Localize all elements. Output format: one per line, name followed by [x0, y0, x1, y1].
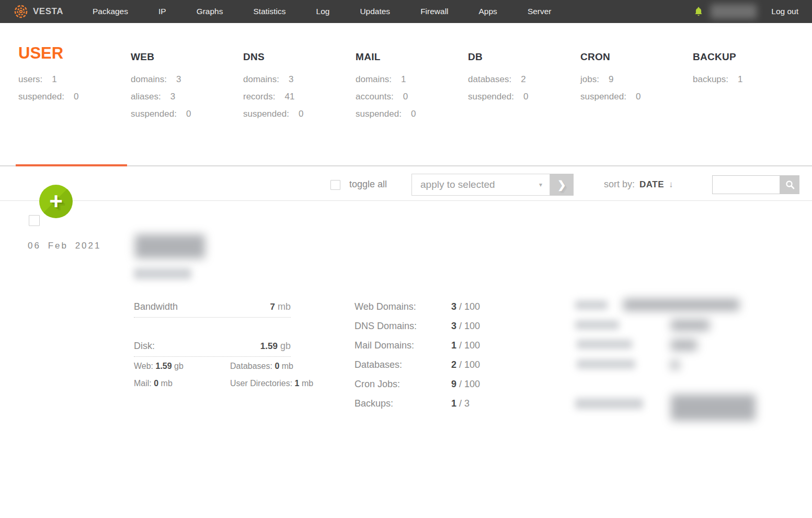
stats-col-user: USER users:1 suspended:0: [18, 41, 131, 126]
nav-item-server[interactable]: Server: [528, 7, 552, 16]
toggle-all-checkbox[interactable]: [330, 180, 340, 190]
nav-item-ip[interactable]: IP: [158, 7, 166, 16]
toggle-all-label[interactable]: toggle all: [349, 179, 387, 190]
list-toolbar: toggle all apply to selected ▾ ❯ sort by…: [0, 166, 812, 201]
bandwidth-label: Bandwidth: [134, 301, 178, 312]
tab-dns[interactable]: DNS: [243, 41, 356, 63]
disk-breakdown-mail: Mail: 0 mb: [134, 379, 230, 388]
tab-backup[interactable]: BACKUP: [693, 41, 805, 63]
tab-user[interactable]: USER: [18, 41, 131, 63]
redacted-value-1: [623, 299, 739, 311]
chevron-down-icon: ▾: [539, 181, 542, 188]
quota-backups: Backups: 1 / 3: [354, 398, 490, 418]
stat-value: 2: [521, 74, 525, 84]
stat-label: suspended:: [580, 92, 626, 102]
search-input[interactable]: [712, 175, 780, 194]
search-icon: [785, 180, 795, 189]
stat-value: 3: [289, 74, 293, 84]
stats-col-backup: BACKUP backups:1: [693, 41, 805, 126]
stat-label: accounts:: [356, 92, 394, 102]
stat-label: records:: [243, 92, 275, 102]
quota-mail-domains: Mail Domains: 1 / 100: [354, 340, 490, 359]
sort-by-label: sort by:: [604, 179, 635, 190]
bandwidth-row: Bandwidth 7 mb: [134, 301, 291, 318]
tab-cron[interactable]: CRON: [580, 41, 693, 63]
stat-value: 0: [411, 109, 416, 119]
stat-value: 0: [403, 92, 408, 102]
stat-label: suspended:: [18, 92, 64, 102]
redacted-username[interactable]: [711, 4, 757, 19]
stat-label: suspended:: [131, 109, 177, 119]
vesta-rings-icon: [14, 4, 28, 19]
search-button[interactable]: [780, 175, 799, 194]
stat-label: domains:: [243, 74, 279, 84]
row-date: 06 Feb 2021: [28, 241, 101, 251]
disk-breakdown-web: Web: 1.59 gb: [134, 362, 230, 371]
nav-item-packages[interactable]: Packages: [93, 7, 128, 16]
disk-breakdown: Web: 1.59 gb Databases: 0 mb Mail: 0 mb …: [134, 362, 322, 388]
sort-field-date[interactable]: DATE: [639, 179, 664, 190]
stat-label: suspended:: [356, 109, 402, 119]
quota-cron-jobs: Cron Jobs: 9 / 100: [354, 379, 490, 398]
nav-item-graphs[interactable]: Graphs: [197, 7, 223, 16]
disk-unit: gb: [280, 341, 291, 351]
apply-go-button[interactable]: ❯: [550, 174, 574, 196]
sort-direction-arrow-icon[interactable]: ↓: [669, 179, 673, 190]
nav-item-updates[interactable]: Updates: [360, 7, 390, 16]
notifications-bell-icon[interactable]: [694, 6, 703, 17]
tab-db[interactable]: DB: [468, 41, 580, 63]
stat-label: users:: [18, 74, 42, 84]
nav-menu: Packages IP Graphs Statistics Log Update…: [93, 7, 552, 16]
redacted-value-3: [671, 340, 697, 351]
stat-label: domains:: [131, 74, 167, 84]
nav-item-apps[interactable]: Apps: [479, 7, 497, 16]
stats-col-dns: DNS domains:3 records:41 suspended:0: [243, 41, 356, 126]
redacted-label-1: [575, 300, 608, 310]
tab-web[interactable]: WEB: [131, 41, 243, 63]
redacted-user-name[interactable]: [135, 234, 205, 258]
stat-label: backups:: [693, 74, 728, 84]
redacted-value-5: [671, 395, 756, 421]
redacted-package-info: [134, 268, 191, 279]
stat-value: 0: [636, 92, 641, 102]
disk-row: Disk: 1.59 gb: [134, 341, 291, 357]
quotas-column: Web Domains: 3 / 100 DNS Domains: 3 / 10…: [354, 301, 490, 418]
vesta-logo[interactable]: VESTA: [14, 4, 63, 19]
apply-to-selected-dropdown[interactable]: apply to selected ▾: [411, 174, 550, 196]
redacted-label-2: [575, 320, 619, 330]
bandwidth-value: 7: [270, 302, 275, 312]
brand-name: VESTA: [33, 6, 63, 17]
stats-col-cron: CRON jobs:9 suspended:0: [580, 41, 693, 126]
stat-value: 3: [176, 74, 181, 84]
redacted-label-3: [577, 340, 632, 349]
nav-item-firewall[interactable]: Firewall: [420, 7, 448, 16]
stat-value: 1: [52, 74, 56, 84]
stat-value: 9: [609, 74, 613, 84]
stat-value: 0: [186, 109, 191, 119]
apply-to-selected-value: apply to selected: [420, 179, 539, 190]
stats-col-mail: MAIL domains:1 accounts:0 suspended:0: [356, 41, 468, 126]
nav-item-statistics[interactable]: Statistics: [254, 7, 286, 16]
contact-column: [575, 201, 763, 431]
redacted-label-4: [577, 359, 635, 369]
stats-col-db: DB databases:2 suspended:0: [468, 41, 580, 126]
stat-value: 1: [738, 74, 742, 84]
stat-label: aliases:: [131, 92, 161, 102]
nav-item-log[interactable]: Log: [316, 7, 330, 16]
logout-button[interactable]: Log out: [771, 7, 798, 16]
quota-dns-domains: DNS Domains: 3 / 100: [354, 321, 490, 340]
usage-column: Bandwidth 7 mb Disk: 1.59 gb: [134, 301, 291, 357]
stat-value: 1: [401, 74, 406, 84]
stat-value: 0: [299, 109, 303, 119]
overview-stats: USER users:1 suspended:0 WEB domains:3 a…: [18, 41, 805, 126]
stat-value: 0: [523, 92, 528, 102]
redacted-value-2: [671, 320, 710, 331]
row-select-checkbox[interactable]: [29, 215, 40, 226]
stat-value: 3: [170, 92, 175, 102]
stat-label: suspended:: [468, 92, 514, 102]
tab-mail[interactable]: MAIL: [356, 41, 468, 63]
top-nav: VESTA Packages IP Graphs Statistics Log …: [0, 0, 812, 23]
stat-label: databases:: [468, 74, 511, 84]
stats-col-web: WEB domains:3 aliases:3 suspended:0: [131, 41, 243, 126]
stat-value: 41: [284, 92, 294, 102]
